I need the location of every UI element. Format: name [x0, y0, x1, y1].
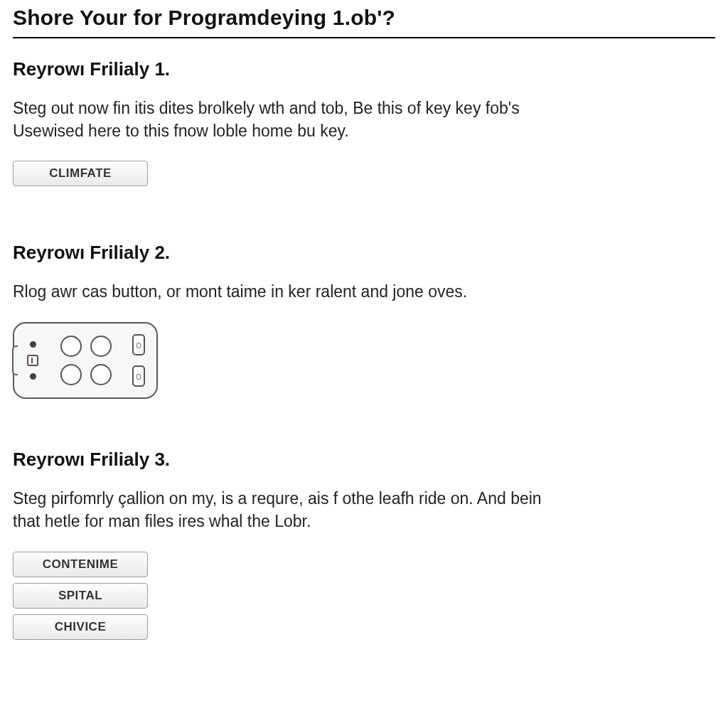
section-2-heading: Reyrowı Frilialy 2.	[13, 242, 715, 264]
contenime-button[interactable]: CONTENIME	[13, 552, 148, 577]
key-fob-slot-icon	[132, 365, 145, 387]
key-fob-ring-icon	[60, 336, 82, 357]
key-fob-ring-icon	[90, 336, 112, 357]
page-title: Shore Your for Programdeying 1.ob'?	[13, 6, 715, 38]
section-1-buttons: CLIMFATE	[13, 161, 148, 192]
key-fob-dot-icon	[30, 341, 36, 348]
key-fob-left-panel	[23, 341, 43, 380]
section-1: Reyrowı Frilialy 1. Steg out now fin iti…	[13, 58, 715, 192]
section-3: Reyrowı Frilialy 3. Steg pirfomrly çalli…	[13, 449, 715, 645]
key-fob-icon	[13, 322, 158, 399]
key-fob-button-grid	[43, 336, 129, 385]
section-3-buttons: CONTENIME SPITAL CHIVICE	[13, 552, 148, 646]
section-1-heading: Reyrowı Frilialy 1.	[13, 58, 715, 80]
chivice-button[interactable]: CHIVICE	[13, 614, 148, 640]
key-fob-indicator-icon	[27, 355, 38, 366]
key-fob-dot-icon	[30, 373, 36, 380]
key-fob-ring-icon	[90, 364, 112, 385]
key-fob-ring-icon	[60, 364, 82, 385]
section-3-body: Steg pirfomrly çallion on my, is a requr…	[13, 488, 553, 532]
section-2-body: Rlog awr cas button, or mont taime in ke…	[13, 281, 553, 304]
spital-button[interactable]: SPITAL	[13, 583, 148, 609]
key-fob-right-panel	[129, 334, 148, 387]
section-3-heading: Reyrowı Frilialy 3.	[13, 449, 715, 471]
section-1-body: Steg out now fin itis dites brolkely wth…	[13, 97, 553, 142]
section-2: Reyrowı Frilialy 2. Rlog awr cas button,…	[13, 242, 715, 399]
key-fob-slot-icon	[132, 334, 145, 355]
climfate-button[interactable]: CLIMFATE	[13, 161, 148, 186]
